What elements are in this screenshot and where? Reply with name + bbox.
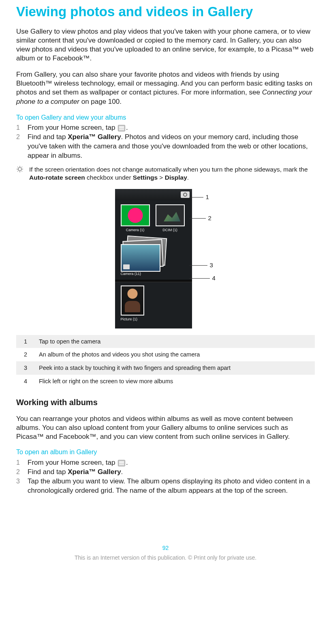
- step-number: 2: [16, 468, 28, 477]
- album-label: Camera (11): [121, 272, 192, 277]
- tip-text: If the screen orientation does not chang…: [29, 165, 315, 182]
- heading-working-with-albums: Working with albums: [16, 397, 315, 408]
- step-text: From your Home screen, tap .: [28, 123, 315, 133]
- svg-point-0: [18, 167, 21, 171]
- apps-grid-icon: [118, 460, 125, 466]
- camera-icon: [181, 191, 190, 198]
- legend-text: An album of the photos and videos you sh…: [35, 348, 315, 361]
- legend-num: 3: [16, 361, 35, 375]
- callout-number: 2: [208, 214, 211, 222]
- album-thumb-camera: [121, 204, 150, 226]
- svg-line-8: [17, 171, 18, 172]
- step-number: 3: [16, 477, 28, 486]
- subheading-open-gallery: To open Gallery and view your albums: [16, 114, 315, 122]
- lightbulb-icon: [16, 166, 23, 174]
- step-number: 1: [16, 458, 28, 467]
- legend-text: Tap to open the camera: [35, 335, 315, 348]
- legend-table: 1Tap to open the camera 2An album of the…: [16, 335, 315, 388]
- footer-note: This is an Internet version of this publ…: [16, 554, 315, 561]
- callout-number: 3: [210, 261, 213, 269]
- steps-list-1: 1 From your Home screen, tap . 2 Find an…: [16, 123, 315, 161]
- section2-paragraph: You can rearrange your photos and videos…: [16, 414, 315, 441]
- svg-line-5: [17, 167, 18, 167]
- page-title: Viewing photos and videos in Gallery: [16, 3, 315, 21]
- legend-text: Flick left or right on the screen to vie…: [35, 375, 315, 388]
- legend-num: 1: [16, 335, 35, 348]
- intro-paragraph-1: Use Gallery to view photos and play vide…: [16, 27, 315, 63]
- album-thumb-dcim: [156, 204, 185, 226]
- legend-num: 2: [16, 348, 35, 361]
- steps-list-2: 1 From your Home screen, tap . 2 Find an…: [16, 458, 315, 496]
- apps-grid-icon: [118, 125, 125, 131]
- step-text: Find and tap Xperia™ Gallery.: [28, 468, 315, 477]
- phone-mockup: Camera (1) DCIM (1) Camera (11): [115, 189, 192, 328]
- step-text: Find and tap Xperia™ Gallery. Photos and…: [28, 133, 315, 161]
- page-number: 92: [16, 544, 315, 552]
- album-label: Camera (1): [121, 228, 150, 233]
- intro-paragraph-2: From Gallery, you can also share your fa…: [16, 70, 315, 106]
- svg-line-6: [21, 171, 22, 172]
- step-text: Tap the album you want to view. The albu…: [28, 477, 315, 496]
- step-number: 2: [16, 133, 28, 142]
- intro-text-tail: on page 100.: [79, 98, 122, 105]
- tip-block: If the screen orientation does not chang…: [16, 165, 315, 182]
- step-text: From your Home screen, tap .: [28, 458, 315, 468]
- callout-number: 1: [206, 193, 209, 201]
- camera-icon: [123, 264, 130, 269]
- legend-num: 4: [16, 375, 35, 388]
- album-label: Picture (1): [121, 317, 192, 322]
- step-number: 1: [16, 123, 28, 132]
- callout-number: 4: [212, 274, 216, 282]
- subheading-open-album: To open an album in Gallery: [16, 448, 315, 457]
- album-label: DCIM (1): [156, 228, 185, 233]
- legend-text: Peek into a stack by touching it with tw…: [35, 361, 315, 375]
- svg-line-7: [21, 167, 22, 167]
- album-thumb-picture: [121, 286, 144, 316]
- album-stack: [121, 237, 165, 270]
- gallery-figure: Camera (1) DCIM (1) Camera (11): [16, 189, 315, 328]
